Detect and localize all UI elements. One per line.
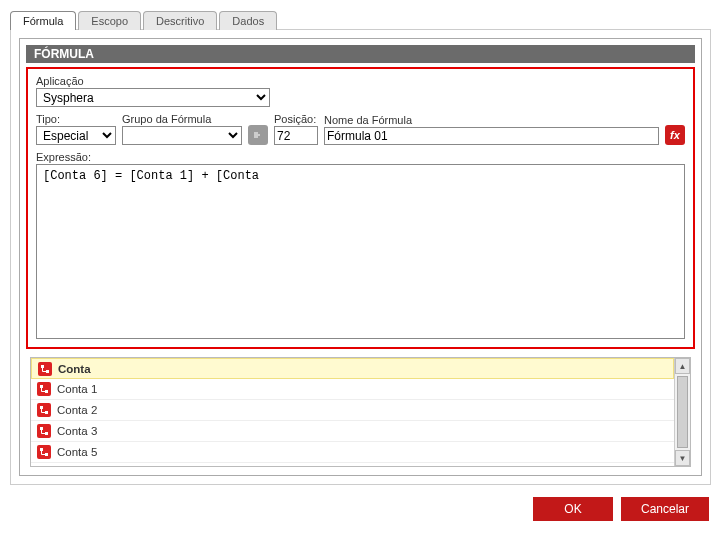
list-item-label: Conta 3 <box>57 425 97 437</box>
svg-rect-7 <box>45 432 48 435</box>
panel-header: FÓRMULA <box>26 45 695 63</box>
svg-rect-5 <box>45 411 48 414</box>
fx-icon[interactable]: fx <box>665 125 685 145</box>
input-nome[interactable] <box>324 127 659 145</box>
list-item-label: Conta <box>58 363 91 375</box>
tab-bar: Fórmula Escopo Descritivo Dados <box>10 11 711 30</box>
svg-rect-9 <box>45 453 48 456</box>
tab-descritivo[interactable]: Descritivo <box>143 11 217 30</box>
tab-formula[interactable]: Fórmula <box>10 11 76 30</box>
svg-rect-0 <box>41 365 44 368</box>
list-item-label: Conta 1 <box>57 383 97 395</box>
formula-panel: FÓRMULA Aplicação Sysphera Tipo: Especia… <box>19 38 702 476</box>
list-item-label: Conta 2 <box>57 404 97 416</box>
label-aplicacao: Aplicação <box>36 75 270 87</box>
scroll-up-icon[interactable]: ▲ <box>675 358 690 374</box>
list-item[interactable]: Conta 3 <box>31 421 674 442</box>
label-grupo: Grupo da Fórmula <box>122 113 242 125</box>
select-grupo[interactable] <box>122 126 242 145</box>
svg-rect-4 <box>40 406 43 409</box>
list-item[interactable]: Conta <box>31 358 674 379</box>
ok-button[interactable]: OK <box>533 497 613 521</box>
list-item[interactable]: Conta 5 <box>31 442 674 463</box>
svg-rect-2 <box>40 385 43 388</box>
select-aplicacao[interactable]: Sysphera <box>36 88 270 107</box>
account-list: Conta Conta 1 Conta 2 <box>30 357 691 467</box>
svg-rect-1 <box>46 370 49 373</box>
list-item[interactable]: Conta 2 <box>31 400 674 421</box>
highlight-frame: Aplicação Sysphera Tipo: Especial Grupo … <box>26 67 695 349</box>
textarea-expressao[interactable]: [Conta 6] = [Conta 1] + [Conta <box>36 164 685 339</box>
label-tipo: Tipo: <box>36 113 116 125</box>
list-scrollbar[interactable]: ▲ ▼ <box>674 358 690 466</box>
hierarchy-icon <box>38 362 52 376</box>
label-expressao: Expressão: <box>36 151 685 163</box>
input-posicao[interactable] <box>274 126 318 145</box>
panel-container: FÓRMULA Aplicação Sysphera Tipo: Especia… <box>10 29 711 485</box>
label-nome: Nome da Fórmula <box>324 114 659 126</box>
label-posicao: Posição: <box>274 113 318 125</box>
tab-dados[interactable]: Dados <box>219 11 277 30</box>
scroll-down-icon[interactable]: ▼ <box>675 450 690 466</box>
svg-rect-8 <box>40 448 43 451</box>
hierarchy-icon <box>37 424 51 438</box>
group-action-icon[interactable] <box>248 125 268 145</box>
hierarchy-icon <box>37 382 51 396</box>
hierarchy-icon <box>37 445 51 459</box>
cancel-button[interactable]: Cancelar <box>621 497 709 521</box>
list-item[interactable]: Conta 1 <box>31 379 674 400</box>
hierarchy-icon <box>37 403 51 417</box>
account-list-inner: Conta Conta 1 Conta 2 <box>31 358 674 466</box>
list-item-label: Conta 5 <box>57 446 97 458</box>
scroll-thumb[interactable] <box>677 376 688 448</box>
tab-escopo[interactable]: Escopo <box>78 11 141 30</box>
svg-rect-6 <box>40 427 43 430</box>
svg-rect-3 <box>45 390 48 393</box>
select-tipo[interactable]: Especial <box>36 126 116 145</box>
